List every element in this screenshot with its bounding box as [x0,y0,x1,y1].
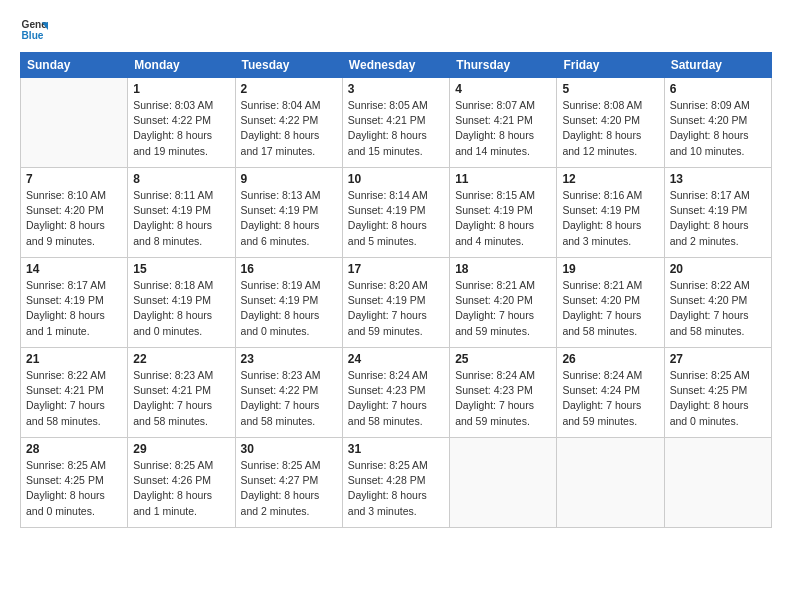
calendar-cell: 26Sunrise: 8:24 AMSunset: 4:24 PMDayligh… [557,348,664,438]
day-number: 17 [348,262,444,276]
svg-text:Blue: Blue [22,30,44,41]
day-info: Sunrise: 8:13 AMSunset: 4:19 PMDaylight:… [241,188,337,249]
header: General Blue [20,16,772,44]
calendar-cell: 13Sunrise: 8:17 AMSunset: 4:19 PMDayligh… [664,168,771,258]
calendar-cell: 9Sunrise: 8:13 AMSunset: 4:19 PMDaylight… [235,168,342,258]
calendar-header-tuesday: Tuesday [235,53,342,78]
day-number: 14 [26,262,122,276]
day-number: 10 [348,172,444,186]
day-number: 16 [241,262,337,276]
calendar-cell: 24Sunrise: 8:24 AMSunset: 4:23 PMDayligh… [342,348,449,438]
day-info: Sunrise: 8:18 AMSunset: 4:19 PMDaylight:… [133,278,229,339]
calendar-cell: 17Sunrise: 8:20 AMSunset: 4:19 PMDayligh… [342,258,449,348]
calendar-header-sunday: Sunday [21,53,128,78]
calendar-cell: 22Sunrise: 8:23 AMSunset: 4:21 PMDayligh… [128,348,235,438]
day-number: 19 [562,262,658,276]
calendar-header-friday: Friday [557,53,664,78]
calendar-cell: 16Sunrise: 8:19 AMSunset: 4:19 PMDayligh… [235,258,342,348]
calendar-cell: 27Sunrise: 8:25 AMSunset: 4:25 PMDayligh… [664,348,771,438]
day-number: 27 [670,352,766,366]
day-info: Sunrise: 8:23 AMSunset: 4:21 PMDaylight:… [133,368,229,429]
day-info: Sunrise: 8:04 AMSunset: 4:22 PMDaylight:… [241,98,337,159]
day-info: Sunrise: 8:11 AMSunset: 4:19 PMDaylight:… [133,188,229,249]
day-number: 18 [455,262,551,276]
calendar-header-thursday: Thursday [450,53,557,78]
day-info: Sunrise: 8:08 AMSunset: 4:20 PMDaylight:… [562,98,658,159]
day-info: Sunrise: 8:09 AMSunset: 4:20 PMDaylight:… [670,98,766,159]
day-info: Sunrise: 8:17 AMSunset: 4:19 PMDaylight:… [670,188,766,249]
day-number: 31 [348,442,444,456]
calendar-header-row: SundayMondayTuesdayWednesdayThursdayFrid… [21,53,772,78]
calendar-cell: 5Sunrise: 8:08 AMSunset: 4:20 PMDaylight… [557,78,664,168]
calendar-week-4: 28Sunrise: 8:25 AMSunset: 4:25 PMDayligh… [21,438,772,528]
calendar-cell: 11Sunrise: 8:15 AMSunset: 4:19 PMDayligh… [450,168,557,258]
day-number: 13 [670,172,766,186]
calendar-table: SundayMondayTuesdayWednesdayThursdayFrid… [20,52,772,528]
calendar-cell [21,78,128,168]
day-info: Sunrise: 8:24 AMSunset: 4:23 PMDaylight:… [348,368,444,429]
main-container: General Blue SundayMondayTuesdayWednesda… [0,0,792,612]
calendar-cell: 10Sunrise: 8:14 AMSunset: 4:19 PMDayligh… [342,168,449,258]
calendar-week-1: 7Sunrise: 8:10 AMSunset: 4:20 PMDaylight… [21,168,772,258]
day-info: Sunrise: 8:21 AMSunset: 4:20 PMDaylight:… [455,278,551,339]
calendar-cell: 15Sunrise: 8:18 AMSunset: 4:19 PMDayligh… [128,258,235,348]
day-info: Sunrise: 8:16 AMSunset: 4:19 PMDaylight:… [562,188,658,249]
day-number: 23 [241,352,337,366]
day-number: 11 [455,172,551,186]
calendar-cell: 6Sunrise: 8:09 AMSunset: 4:20 PMDaylight… [664,78,771,168]
day-info: Sunrise: 8:15 AMSunset: 4:19 PMDaylight:… [455,188,551,249]
day-number: 2 [241,82,337,96]
calendar-week-0: 1Sunrise: 8:03 AMSunset: 4:22 PMDaylight… [21,78,772,168]
day-number: 9 [241,172,337,186]
calendar-cell: 7Sunrise: 8:10 AMSunset: 4:20 PMDaylight… [21,168,128,258]
day-number: 12 [562,172,658,186]
day-number: 1 [133,82,229,96]
day-info: Sunrise: 8:21 AMSunset: 4:20 PMDaylight:… [562,278,658,339]
calendar-header-saturday: Saturday [664,53,771,78]
day-info: Sunrise: 8:07 AMSunset: 4:21 PMDaylight:… [455,98,551,159]
calendar-cell: 20Sunrise: 8:22 AMSunset: 4:20 PMDayligh… [664,258,771,348]
calendar-cell: 23Sunrise: 8:23 AMSunset: 4:22 PMDayligh… [235,348,342,438]
day-info: Sunrise: 8:03 AMSunset: 4:22 PMDaylight:… [133,98,229,159]
day-number: 4 [455,82,551,96]
day-number: 24 [348,352,444,366]
calendar-header-monday: Monday [128,53,235,78]
day-number: 5 [562,82,658,96]
day-info: Sunrise: 8:05 AMSunset: 4:21 PMDaylight:… [348,98,444,159]
day-info: Sunrise: 8:24 AMSunset: 4:23 PMDaylight:… [455,368,551,429]
day-number: 6 [670,82,766,96]
calendar-cell: 3Sunrise: 8:05 AMSunset: 4:21 PMDaylight… [342,78,449,168]
day-info: Sunrise: 8:10 AMSunset: 4:20 PMDaylight:… [26,188,122,249]
calendar-week-3: 21Sunrise: 8:22 AMSunset: 4:21 PMDayligh… [21,348,772,438]
calendar-cell: 29Sunrise: 8:25 AMSunset: 4:26 PMDayligh… [128,438,235,528]
calendar-cell [664,438,771,528]
day-info: Sunrise: 8:17 AMSunset: 4:19 PMDaylight:… [26,278,122,339]
day-number: 3 [348,82,444,96]
day-number: 26 [562,352,658,366]
calendar-cell [557,438,664,528]
calendar-cell: 18Sunrise: 8:21 AMSunset: 4:20 PMDayligh… [450,258,557,348]
calendar-cell: 21Sunrise: 8:22 AMSunset: 4:21 PMDayligh… [21,348,128,438]
day-info: Sunrise: 8:24 AMSunset: 4:24 PMDaylight:… [562,368,658,429]
day-info: Sunrise: 8:25 AMSunset: 4:25 PMDaylight:… [26,458,122,519]
day-info: Sunrise: 8:23 AMSunset: 4:22 PMDaylight:… [241,368,337,429]
day-info: Sunrise: 8:22 AMSunset: 4:20 PMDaylight:… [670,278,766,339]
day-info: Sunrise: 8:19 AMSunset: 4:19 PMDaylight:… [241,278,337,339]
calendar-cell: 1Sunrise: 8:03 AMSunset: 4:22 PMDaylight… [128,78,235,168]
day-info: Sunrise: 8:25 AMSunset: 4:25 PMDaylight:… [670,368,766,429]
day-number: 15 [133,262,229,276]
logo: General Blue [20,16,50,44]
calendar-cell: 25Sunrise: 8:24 AMSunset: 4:23 PMDayligh… [450,348,557,438]
calendar-cell: 14Sunrise: 8:17 AMSunset: 4:19 PMDayligh… [21,258,128,348]
calendar-cell: 8Sunrise: 8:11 AMSunset: 4:19 PMDaylight… [128,168,235,258]
day-number: 28 [26,442,122,456]
calendar-cell: 28Sunrise: 8:25 AMSunset: 4:25 PMDayligh… [21,438,128,528]
calendar-header-wednesday: Wednesday [342,53,449,78]
day-number: 21 [26,352,122,366]
day-info: Sunrise: 8:22 AMSunset: 4:21 PMDaylight:… [26,368,122,429]
day-number: 25 [455,352,551,366]
day-info: Sunrise: 8:14 AMSunset: 4:19 PMDaylight:… [348,188,444,249]
calendar-cell [450,438,557,528]
calendar-cell: 31Sunrise: 8:25 AMSunset: 4:28 PMDayligh… [342,438,449,528]
day-info: Sunrise: 8:25 AMSunset: 4:27 PMDaylight:… [241,458,337,519]
